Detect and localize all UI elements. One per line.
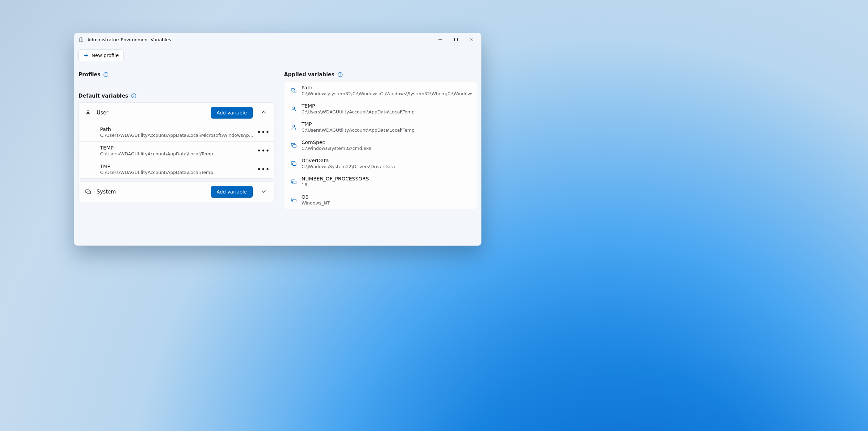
- expand-system-group-button[interactable]: [258, 186, 269, 197]
- new-profile-button[interactable]: + New profile: [78, 49, 124, 61]
- applied-variables-heading-label: Applied variables: [284, 71, 335, 78]
- applied-variable-name: TEMP: [302, 103, 472, 109]
- close-button[interactable]: [464, 34, 480, 45]
- system-icon: [291, 179, 297, 185]
- variable-row[interactable]: TEMP C:\Users\WDAGUtilityAccount\AppData…: [79, 141, 274, 160]
- more-options-button[interactable]: •••: [258, 145, 269, 156]
- applied-variable-value: C:\Windows\system32\cmd.exe: [302, 146, 472, 151]
- system-group-title: System: [97, 189, 116, 195]
- applied-variable-name: OS: [302, 194, 472, 200]
- info-icon[interactable]: [103, 72, 109, 77]
- applied-variable-row[interactable]: TMPC:\Users\WDAGUtilityAccount\AppData\L…: [284, 118, 477, 136]
- applied-variable-value: 16: [302, 182, 472, 187]
- both-scope-icon: [291, 88, 297, 94]
- maximize-button[interactable]: [448, 34, 464, 45]
- variable-name: TMP: [100, 164, 254, 169]
- applied-variable-name: Path: [302, 85, 472, 90]
- more-options-button[interactable]: •••: [258, 164, 269, 175]
- variable-name: TEMP: [100, 145, 254, 151]
- more-icon: •••: [257, 147, 270, 154]
- chevron-down-icon: [261, 189, 266, 195]
- applied-variables-column: Applied variables PathC:\Windows\system3…: [284, 65, 477, 243]
- window-title: Administrator: Environment Variables: [87, 37, 171, 42]
- applied-variable-row[interactable]: OSWindows_NT: [284, 191, 477, 209]
- titlebar[interactable]: Administrator: Environment Variables: [74, 33, 481, 46]
- applied-variable-name: DriverData: [302, 158, 472, 163]
- applied-variables-heading: Applied variables: [284, 71, 477, 78]
- applied-variable-name: TMP: [302, 121, 472, 127]
- more-icon: •••: [257, 166, 270, 173]
- system-icon: [291, 142, 297, 148]
- user-group-header[interactable]: User Add variable: [79, 103, 274, 123]
- profiles-column: Profiles Default variables User Add vari…: [78, 65, 274, 243]
- applied-variable-row[interactable]: NUMBER_OF_PROCESSORS16: [284, 173, 477, 191]
- applied-variable-value: C:\Windows\System32\Drivers\DriverData: [302, 164, 472, 169]
- variable-value: C:\Users\WDAGUtilityAccount\AppData\Loca…: [100, 151, 254, 156]
- user-group-title: User: [97, 110, 108, 116]
- applied-variable-row[interactable]: ComSpecC:\Windows\system32\cmd.exe: [284, 136, 477, 154]
- new-profile-button-label: New profile: [91, 53, 119, 58]
- add-user-variable-button[interactable]: Add variable: [211, 107, 253, 119]
- system-group-header[interactable]: System Add variable: [79, 182, 274, 202]
- collapse-user-group-button[interactable]: [258, 107, 269, 118]
- system-icon: [85, 189, 91, 195]
- more-options-button[interactable]: •••: [258, 127, 269, 138]
- applied-variable-row[interactable]: TEMPC:\Users\WDAGUtilityAccount\AppData\…: [284, 100, 477, 118]
- minimize-button[interactable]: [432, 34, 448, 45]
- applied-variable-value: C:\Windows\system32;C:\Windows;C:\Window…: [302, 91, 472, 96]
- variable-value: C:\Users\WDAGUtilityAccount\AppData\Loca…: [100, 170, 254, 175]
- system-icon: [291, 161, 297, 167]
- user-variables-card: User Add variable Path C:\Users\WDAGUtil…: [78, 102, 274, 179]
- app-icon: [78, 37, 84, 42]
- toolbar: + New profile: [74, 46, 481, 65]
- system-variables-card: System Add variable: [78, 181, 274, 202]
- add-system-variable-button[interactable]: Add variable: [211, 186, 253, 198]
- variable-row[interactable]: TMP C:\Users\WDAGUtilityAccount\AppData\…: [79, 160, 274, 178]
- user-icon: [291, 124, 297, 130]
- more-icon: •••: [257, 129, 270, 135]
- app-window: Administrator: Environment Variables + N…: [74, 33, 481, 246]
- add-user-variable-button-label: Add variable: [217, 110, 247, 115]
- info-icon[interactable]: [131, 93, 137, 99]
- plus-icon: +: [84, 52, 89, 58]
- default-variables-heading-label: Default variables: [78, 93, 128, 99]
- applied-variable-value: C:\Users\WDAGUtilityAccount\AppData\Loca…: [302, 109, 472, 114]
- profiles-heading: Profiles: [78, 71, 274, 78]
- variable-value: C:\Users\WDAGUtilityAccount\AppData\Loca…: [100, 133, 254, 138]
- applied-variable-row[interactable]: DriverDataC:\Windows\System32\Drivers\Dr…: [284, 154, 477, 173]
- system-icon: [291, 197, 297, 203]
- applied-variable-name: NUMBER_OF_PROCESSORS: [302, 176, 472, 181]
- chevron-up-icon: [261, 110, 266, 116]
- info-icon[interactable]: [337, 72, 343, 77]
- default-variables-heading: Default variables: [78, 93, 274, 99]
- variable-name: Path: [100, 126, 254, 132]
- applied-variables-card: PathC:\Windows\system32;C:\Windows;C:\Wi…: [284, 81, 477, 209]
- applied-variable-name: ComSpec: [302, 140, 472, 145]
- profiles-heading-label: Profiles: [78, 71, 100, 78]
- applied-variable-value: C:\Users\WDAGUtilityAccount\AppData\Loca…: [302, 128, 472, 133]
- user-icon: [85, 110, 91, 116]
- variable-row[interactable]: Path C:\Users\WDAGUtilityAccount\AppData…: [79, 123, 274, 141]
- add-system-variable-button-label: Add variable: [217, 189, 247, 195]
- applied-variable-row[interactable]: PathC:\Windows\system32;C:\Windows;C:\Wi…: [284, 81, 477, 100]
- applied-variable-value: Windows_NT: [302, 200, 472, 206]
- user-icon: [291, 106, 297, 112]
